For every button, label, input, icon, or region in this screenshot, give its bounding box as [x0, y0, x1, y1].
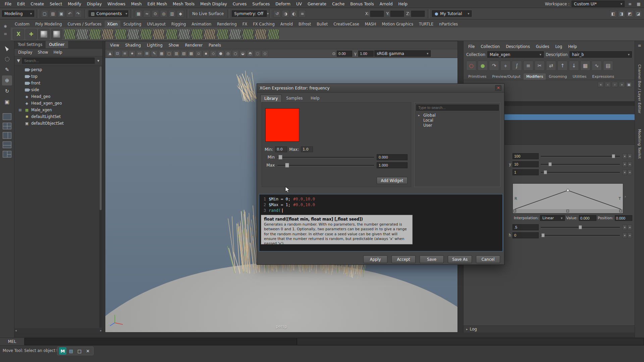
groom-noise-icon[interactable]	[153, 29, 164, 40]
tab-channel-box[interactable]: Channel Box / Layer Editor	[637, 64, 642, 114]
dialog-tab-library[interactable]: Library	[260, 95, 282, 102]
menu-mesh-tools[interactable]: Mesh Tools	[170, 1, 197, 7]
groom-cut-icon[interactable]	[140, 29, 152, 40]
outliner-item-persp[interactable]: persp	[14, 66, 102, 73]
shelf-tab-custom[interactable]: Custom	[12, 20, 32, 27]
extra-options-button-0[interactable]: ≡	[628, 225, 632, 230]
redo-icon[interactable]: ↷	[74, 10, 82, 17]
lasso-tool[interactable]	[2, 54, 12, 64]
attr-map-button-1[interactable]: ▾	[623, 162, 627, 167]
shelf-tab-turtle[interactable]: TURTLE	[416, 20, 436, 27]
dialog-button-accept[interactable]: Accept	[391, 255, 416, 263]
dialog-tab-help[interactable]: Help	[307, 95, 323, 102]
outliner-menu-help[interactable]: Help	[51, 49, 64, 55]
attr-map-button-2[interactable]: ▾	[623, 170, 627, 175]
attr-value-2[interactable]	[513, 169, 539, 175]
outliner-item-top[interactable]: top	[14, 73, 102, 80]
menu-curves[interactable]: Curves	[230, 1, 250, 7]
attr-map-button-0[interactable]: ▾	[623, 154, 627, 159]
groom-smooth-icon[interactable]	[191, 29, 203, 40]
groom-mirror-icon[interactable]	[229, 29, 241, 40]
shelf-tab-mash[interactable]: MASH	[362, 20, 379, 27]
groom-width-icon[interactable]	[102, 29, 113, 40]
selection-mask-selector[interactable]: ▧ Components	[89, 10, 128, 17]
layout-two-side[interactable]	[3, 132, 11, 139]
attr-slider-1[interactable]	[541, 162, 620, 167]
workspace-menu-icon[interactable]: ≡	[627, 1, 633, 7]
menu-arnold[interactable]: Arnold	[377, 1, 395, 7]
menu-windows[interactable]: Windows	[105, 1, 128, 7]
close-icon[interactable]: ✕	[84, 347, 92, 355]
paint-select-tool[interactable]: ✎	[2, 65, 12, 75]
go-last-icon[interactable]: »	[619, 82, 625, 87]
xgen-menu-descriptions[interactable]: Descriptions	[503, 44, 533, 50]
use-all-lights-icon[interactable]: ○	[232, 50, 239, 57]
show-attribute-editor-icon[interactable]: ◨	[618, 10, 625, 17]
mel-input[interactable]	[24, 338, 297, 345]
outliner-item-head-xgen-geo[interactable]: ◈Head_xgen_geo	[14, 100, 102, 107]
menu-surfaces[interactable]: Surfaces	[250, 1, 272, 7]
shelf-tab-poly-modeling[interactable]: Poly Modeling	[33, 20, 65, 27]
description-selector[interactable]: hair_b	[570, 51, 632, 58]
make-live-icon[interactable]: ◆	[177, 10, 184, 17]
viewport-menu-shading[interactable]: Shading	[122, 42, 144, 48]
mel-label[interactable]: MEL	[0, 338, 24, 345]
viewport-menu-renderer[interactable]: Renderer	[182, 42, 206, 48]
outliner-vscrollbar[interactable]	[99, 66, 102, 328]
snap-to-projected-center-icon[interactable]: ◎	[160, 10, 167, 17]
graph-icon[interactable]: ∿	[592, 61, 602, 71]
undo-icon[interactable]: ↶	[66, 10, 73, 17]
construction-history-icon[interactable]: ↺	[273, 10, 281, 17]
open-scene-icon[interactable]: ▤	[49, 10, 57, 17]
y-input[interactable]	[390, 11, 404, 17]
layout-single[interactable]	[3, 113, 11, 120]
tree-item-global[interactable]: Global	[416, 113, 499, 118]
shelf-tab-nparticles[interactable]: nParticles	[436, 20, 461, 27]
groom-comb-icon[interactable]	[76, 29, 88, 40]
outliner-item-side[interactable]: side	[14, 86, 102, 93]
groom-clump-icon[interactable]	[178, 29, 190, 40]
viewport-menu-lighting[interactable]: Lighting	[144, 42, 165, 48]
gamma-field[interactable]	[358, 51, 374, 57]
xgen-editor-icon[interactable]: X	[13, 29, 24, 40]
scale-tool[interactable]: ▣	[2, 97, 12, 107]
attr-slider-2[interactable]	[541, 170, 620, 175]
ramp-expand-icon[interactable]: ›	[625, 194, 626, 199]
outliner-menu-show[interactable]: Show	[35, 49, 50, 55]
shelf-tab-sculpting[interactable]: Sculpting	[121, 20, 144, 27]
panel-tab-outliner[interactable]: Outliner	[46, 41, 68, 48]
symmetry-selector[interactable]: Symmetry: Off	[232, 10, 267, 17]
maya-logo-icon[interactable]: M	[59, 347, 66, 355]
menu-display[interactable]: Display	[84, 1, 104, 7]
shelf-tab-arnold[interactable]: Arnold	[278, 20, 296, 27]
render-settings-icon[interactable]: ≡	[299, 10, 306, 17]
shadows-icon[interactable]: ◒	[239, 50, 246, 57]
attr-options-button-2[interactable]: ≡	[628, 170, 632, 175]
snap-to-grid-icon[interactable]: ▦	[135, 10, 142, 17]
groom-direction-icon[interactable]	[204, 29, 215, 40]
groom-length-icon[interactable]	[89, 29, 101, 40]
outliner-item-male-xgen[interactable]: ⊞▦Male_xgen	[14, 107, 102, 113]
dialog-button-cancel[interactable]: Cancel	[476, 255, 500, 263]
gate-mask-icon[interactable]: ▧	[180, 50, 187, 57]
grid-icon[interactable]: ▦	[158, 50, 165, 57]
go-prev-icon[interactable]: ‹	[605, 82, 611, 87]
menu-set-selector[interactable]: Modeling	[2, 10, 34, 17]
dialog-button-save[interactable]: Save	[420, 255, 444, 263]
shaded-icon[interactable]: ●	[217, 50, 224, 57]
document-icon[interactable]: ▤	[67, 347, 75, 355]
dialog-button-save-as[interactable]: Save As	[448, 255, 472, 263]
save-scene-icon[interactable]: ▣	[58, 10, 65, 17]
max-value-field[interactable]	[377, 162, 408, 168]
outliner-hscrollbar[interactable]: ◂ ▸	[14, 328, 102, 333]
workspace-selector[interactable]: Custom UI*	[572, 1, 625, 7]
shelf-tab-uvlayout[interactable]: UVLayout	[144, 20, 168, 27]
groom-part-icon[interactable]	[166, 29, 177, 40]
outliner-search-input[interactable]	[22, 58, 95, 64]
snap-to-curve-icon[interactable]: ≈	[143, 10, 151, 17]
up-arrow-icon[interactable]: ↑	[557, 61, 568, 71]
export-patches-icon[interactable]	[268, 29, 279, 40]
expand-toggle-icon[interactable]: ⊞	[18, 108, 22, 112]
image-plane-icon[interactable]: ▭	[136, 50, 143, 57]
xgen-tab-expressions[interactable]: Expressions	[590, 73, 617, 80]
